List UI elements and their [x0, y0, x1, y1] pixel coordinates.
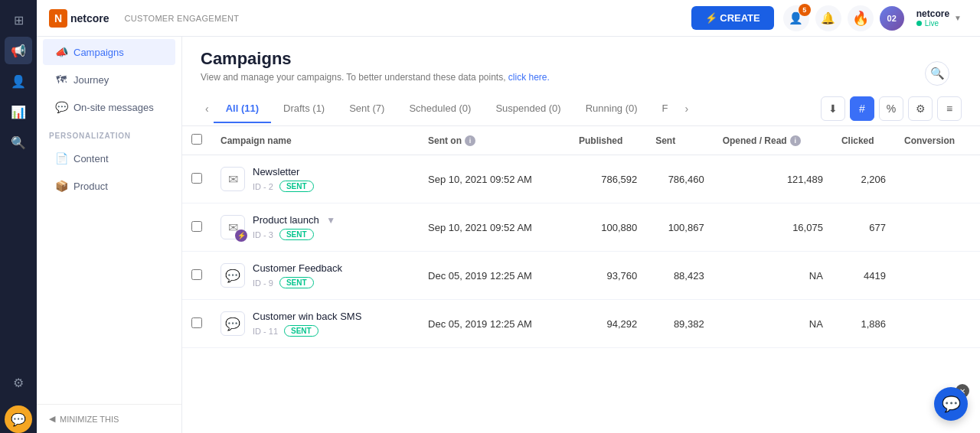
sent-cell: 89,382: [646, 300, 713, 348]
page-header: Campaigns View and manage your campaigns…: [182, 37, 980, 126]
sent-on-info-icon[interactable]: i: [465, 135, 475, 146]
user-icon-btn[interactable]: 👤 5: [783, 5, 809, 31]
campaign-name: Product launch ▼: [253, 214, 335, 226]
page-subtitle: View and manage your campaigns. To bette…: [201, 72, 550, 83]
select-all-checkbox[interactable]: [191, 134, 202, 145]
logo-text: netcore: [70, 12, 109, 24]
sidebar-item-journey[interactable]: 🗺 Journey: [43, 67, 175, 93]
tab-all[interactable]: All (11): [214, 95, 271, 123]
campaign-id: ID - 11: [253, 327, 278, 336]
grid-icon[interactable]: ⊞: [5, 6, 32, 34]
main-area: Campaigns View and manage your campaigns…: [182, 37, 980, 433]
sidebar-item-campaigns[interactable]: 📣 Campaigns: [43, 39, 175, 65]
campaign-status-badge: SENT: [279, 181, 314, 192]
col-clicked: Clicked: [841, 135, 874, 146]
search-nav-icon[interactable]: 🔍: [5, 129, 32, 156]
opened-cell: 16,075: [714, 203, 832, 252]
chat-nav-icon[interactable]: 💬: [5, 405, 32, 433]
campaign-type-icon: 💬: [220, 311, 245, 336]
opened-cell: NA: [714, 252, 832, 300]
sidebar-item-label: Product: [74, 181, 108, 192]
published-cell: 93,760: [570, 252, 646, 300]
row-checkbox[interactable]: [191, 269, 202, 280]
download-button[interactable]: ⬇: [821, 96, 845, 121]
sidebar-item-onsite[interactable]: 💬 On-site messages: [43, 94, 175, 120]
chart-icon[interactable]: 📊: [5, 98, 32, 125]
header-icons: 👤 5 🔔 🔥 02 netcore Live ▼: [783, 5, 968, 31]
table-row: 💬 Customer win back SMS ID - 11 SENT Dec…: [182, 300, 980, 348]
tabs-next-button[interactable]: ›: [681, 99, 694, 118]
campaigns-table: Campaign name Sent on i Published: [182, 126, 980, 348]
subtitle-link[interactable]: click here.: [508, 72, 550, 83]
fire-icon-btn[interactable]: 🔥: [848, 5, 874, 31]
user-menu[interactable]: netcore Live ▼: [910, 5, 968, 31]
campaigns-icon: 📣: [55, 46, 67, 58]
campaigns-table-container: Campaign name Sent on i Published: [182, 126, 980, 433]
campaign-id: ID - 2: [253, 182, 273, 191]
tab-f[interactable]: F: [650, 95, 681, 123]
sidebar-item-label: Journey: [74, 74, 109, 86]
clicked-cell: 1,886: [832, 300, 895, 348]
product-icon: 📦: [55, 180, 67, 192]
logo: N netcore: [49, 9, 109, 28]
subtitle-text: View and manage your campaigns. To bette…: [201, 72, 505, 83]
table-row: ✉ ⚡ Product launch ▼ ID - 3 SEN: [182, 203, 980, 252]
logo-n: N: [49, 9, 67, 28]
icon-nav: ⊞ 📢 👤 📊 🔍 ⚙ 💬: [0, 0, 37, 433]
megaphone-icon[interactable]: 📢: [5, 37, 32, 64]
journey-icon: 🗺: [55, 73, 67, 86]
conversion-cell: [895, 203, 980, 252]
table-row: 💬 Customer Feedback ID - 9 SENT Dec 05, …: [182, 252, 980, 300]
tab-suspended[interactable]: Suspended (0): [483, 95, 573, 123]
tabs-prev-button[interactable]: ‹: [201, 99, 214, 118]
tab-drafts[interactable]: Drafts (1): [271, 95, 337, 123]
row-checkbox[interactable]: [191, 173, 202, 184]
chat-bubble-button[interactable]: 💬: [934, 387, 968, 421]
row-checkbox[interactable]: [191, 317, 202, 328]
onsite-icon: 💬: [55, 101, 67, 113]
top-header: N netcore CUSTOMER ENGAGEMENT ⚡ CREATE 👤…: [37, 0, 980, 37]
settings-icon[interactable]: ⚙: [5, 369, 32, 396]
col-sent: Sent: [655, 135, 675, 146]
status-dot: [916, 21, 922, 26]
expand-button[interactable]: ▼: [326, 215, 335, 226]
user-menu-chevron: ▼: [954, 14, 962, 22]
hash-view-button[interactable]: #: [850, 96, 874, 121]
opened-cell: NA: [714, 300, 832, 348]
sent-cell: 100,867: [646, 203, 713, 252]
settings-table-button[interactable]: ⚙: [908, 96, 933, 121]
campaign-status-badge: SENT: [279, 229, 314, 240]
sidebar: Engage 📣 Campaigns 🗺 Journey 💬 On-site m…: [37, 0, 182, 433]
people-icon[interactable]: 👤: [5, 67, 32, 95]
campaign-status-badge: SENT: [284, 325, 318, 337]
bell-icon-btn[interactable]: 🔔: [815, 5, 841, 31]
campaign-name: Customer Feedback: [253, 262, 342, 274]
customer-engagement-label: CUSTOMER ENGAGEMENT: [125, 14, 240, 23]
published-cell: 786,592: [570, 155, 646, 203]
opened-read-info-icon[interactable]: i: [790, 135, 801, 146]
sent-on-cell: Sep 10, 2021 09:52 AM: [419, 203, 570, 252]
tab-scheduled[interactable]: Scheduled (0): [397, 95, 483, 123]
percent-view-button[interactable]: %: [879, 96, 903, 121]
personalization-section-label: PERSONALIZATION: [37, 121, 181, 145]
status-label: Live: [925, 19, 939, 28]
sidebar-item-content[interactable]: 📄 Content: [43, 145, 175, 171]
content-icon: 📄: [55, 152, 67, 164]
published-cell: 94,292: [570, 300, 646, 348]
minimize-button[interactable]: ◀ MINIMIZE THIS: [37, 404, 181, 433]
filter-button[interactable]: ≡: [937, 96, 962, 121]
sidebar-item-product[interactable]: 📦 Product: [43, 173, 175, 199]
timer-icon[interactable]: 02: [880, 6, 904, 31]
search-button[interactable]: 🔍: [925, 61, 949, 86]
sent-cell: 88,423: [646, 252, 713, 300]
notification-badge: 5: [799, 4, 811, 16]
campaign-name: Customer win back SMS: [253, 311, 361, 322]
tabs: ‹ All (11) Drafts (1) Sent (7) Scheduled…: [201, 95, 693, 123]
minimize-chevron-icon: ◀: [49, 414, 55, 424]
tab-sent[interactable]: Sent (7): [337, 95, 397, 123]
create-button[interactable]: ⚡ CREATE: [691, 6, 774, 30]
row-checkbox[interactable]: [191, 221, 202, 232]
tab-running[interactable]: Running (0): [573, 95, 650, 123]
col-sent-on: Sent on: [428, 135, 462, 146]
sent-on-cell: Dec 05, 2019 12:25 AM: [419, 300, 570, 348]
